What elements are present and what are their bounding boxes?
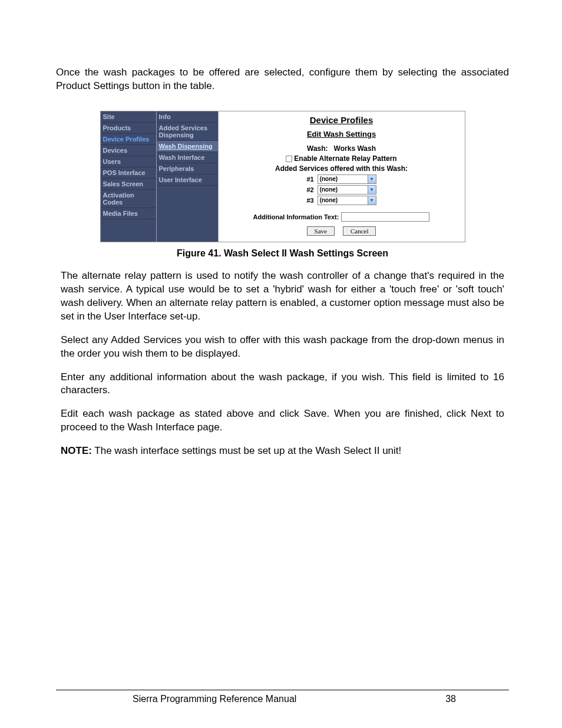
nav-activation-codes[interactable]: Activation Codes — [101, 190, 156, 208]
note-label: NOTE: — [61, 445, 92, 456]
subnav-info[interactable]: Info — [157, 111, 218, 123]
screenshot-panel: Site Products Device Profiles Devices Us… — [100, 111, 465, 242]
nav-devices[interactable]: Devices — [101, 145, 156, 156]
enable-alt-checkbox[interactable] — [286, 156, 292, 162]
note-paragraph: NOTE: The wash interface settings must b… — [56, 444, 509, 458]
main-panel: Device Profiles Edit Wash Settings Wash:… — [219, 111, 465, 242]
figure-caption: Figure 41. Wash Select II Wash Settings … — [56, 248, 509, 259]
subnav-added-services-dispensing[interactable]: Added Services Dispensing — [157, 123, 218, 141]
wash-line: Wash: Works Wash — [224, 144, 459, 153]
subnav-wash-interface[interactable]: Wash Interface — [157, 152, 218, 163]
service-num-2: #2 — [306, 186, 313, 193]
paragraph-3: Enter any additional information about t… — [56, 371, 509, 398]
footer-page-number: 38 — [445, 694, 456, 704]
panel-subtitle: Edit Wash Settings — [224, 130, 459, 139]
enable-alt-line: Enable Alternate Relay Pattern — [224, 154, 459, 163]
service-dropdown-1[interactable]: (none) ▾ — [318, 174, 376, 184]
paragraph-2: Select any Added Services you wish to of… — [56, 334, 509, 361]
paragraph-1: The alternate relay pattern is used to n… — [56, 269, 509, 324]
chevron-down-icon: ▾ — [368, 196, 376, 205]
subnav-wash-dispensing[interactable]: Wash Dispensing — [157, 141, 218, 152]
nav-products[interactable]: Products — [101, 123, 156, 134]
additional-info-label: Additional Information Text: — [253, 213, 339, 220]
chevron-down-icon: ▾ — [368, 175, 376, 183]
service-row-3: #3 (none) ▾ — [224, 196, 459, 205]
save-button[interactable]: Save — [307, 226, 335, 236]
enable-alt-label: Enable Alternate Relay Pattern — [294, 154, 396, 163]
additional-info-input[interactable] — [341, 212, 429, 222]
service-num-1: #1 — [306, 176, 313, 183]
service-dropdown-3[interactable]: (none) ▾ — [318, 196, 376, 205]
subnav-user-interface[interactable]: User Interface — [157, 174, 218, 186]
nav-pos-interface[interactable]: POS Interface — [101, 167, 156, 179]
footer-title: Sierra Programming Reference Manual — [133, 694, 296, 704]
service-value-1: (none) — [320, 176, 338, 182]
paragraph-4: Edit each wash package as stated above a… — [56, 407, 509, 434]
chevron-down-icon: ▾ — [368, 186, 376, 194]
nav-users[interactable]: Users — [101, 156, 156, 167]
cancel-button[interactable]: Cancel — [343, 226, 376, 236]
wash-value: Works Wash — [334, 144, 376, 153]
left-nav: Site Products Device Profiles Devices Us… — [101, 111, 157, 242]
service-value-2: (none) — [320, 186, 338, 193]
panel-title: Device Profiles — [224, 115, 459, 125]
nav-site[interactable]: Site — [101, 111, 156, 123]
figure-wrap: Site Products Device Profiles Devices Us… — [56, 111, 509, 259]
services-header: Added Services offered with this Wash: — [224, 164, 459, 173]
nav-media-files[interactable]: Media Files — [101, 208, 156, 219]
service-dropdown-2[interactable]: (none) ▾ — [318, 185, 376, 195]
service-num-3: #3 — [306, 197, 313, 204]
subnav-peripherals[interactable]: Peripherals — [157, 163, 218, 174]
nav-sales-screen[interactable]: Sales Screen — [101, 179, 156, 190]
nav-device-profiles[interactable]: Device Profiles — [101, 134, 156, 145]
button-row: Save Cancel — [224, 226, 459, 236]
intro-paragraph: Once the wash packages to be offered are… — [56, 66, 509, 93]
service-row-1: #1 (none) ▾ — [224, 174, 459, 184]
note-text: The wash interface settings must be set … — [92, 445, 401, 456]
wash-label: Wash: — [307, 144, 328, 153]
sub-nav: Info Added Services Dispensing Wash Disp… — [157, 111, 219, 242]
service-value-3: (none) — [320, 197, 338, 203]
page-footer: Sierra Programming Reference Manual 38 — [56, 690, 509, 704]
service-row-2: #2 (none) ▾ — [224, 185, 459, 195]
additional-info-row: Additional Information Text: — [224, 212, 459, 222]
